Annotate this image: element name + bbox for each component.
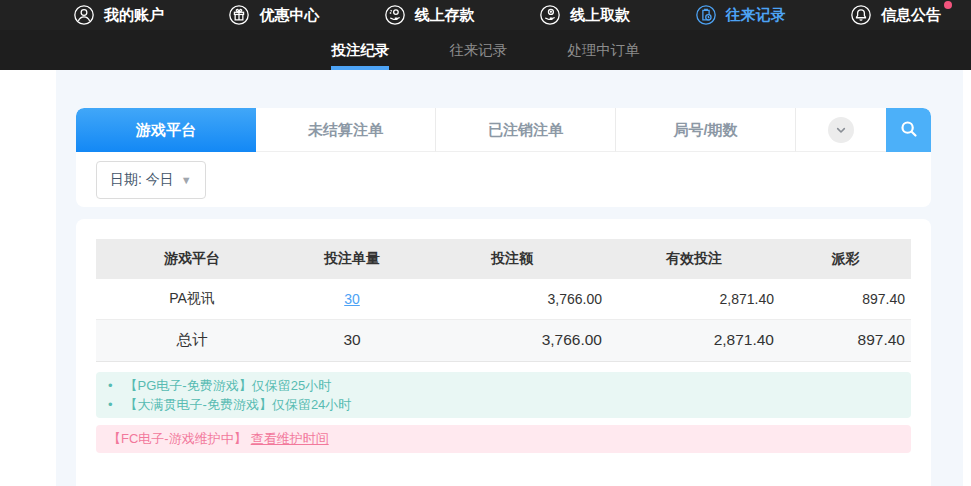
search-icon: [898, 118, 920, 143]
nav-label: 我的账户: [104, 6, 164, 25]
cell-valid-bets: 2,871.40: [608, 279, 780, 319]
table-row: PA视讯 30 3,766.00 2,871.40 897.40: [96, 279, 911, 319]
bullet-icon: •: [108, 376, 113, 395]
caret-down-icon: ▼: [181, 174, 192, 186]
total-label: 总计: [96, 319, 288, 361]
search-button[interactable]: [886, 108, 931, 152]
col-header-bet-count: 投注单量: [288, 239, 416, 279]
col-header-payout: 派彩: [780, 239, 911, 279]
records-table: 游戏平台 投注单量 投注额 有效投注 派彩 PA视讯 30 3,766.00 2…: [96, 239, 911, 362]
note-text: 【大满贯电子-免费游戏】仅保留24小时: [125, 395, 352, 414]
content-area: 游戏平台 未结算注单 已注销注单 局号/期数 日期: 今日 ▼: [56, 70, 963, 486]
total-payout: 897.40: [780, 319, 911, 361]
tab-game-platform[interactable]: 游戏平台: [76, 108, 256, 152]
cell-bet-count: 30: [288, 279, 416, 319]
nav-label: 往来记录: [726, 6, 786, 25]
total-bet-count: 30: [288, 319, 416, 361]
nav-transaction-records[interactable]: 往来记录: [695, 4, 786, 26]
gift-icon: [228, 4, 250, 26]
withdraw-icon: [539, 4, 561, 26]
nav-label: 线上取款: [570, 6, 630, 25]
bullet-icon: •: [108, 395, 113, 414]
retention-notes: • 【PG电子-免费游戏】仅保留25小时 • 【大满贯电子-免费游戏】仅保留24…: [96, 372, 911, 418]
records-icon: [695, 4, 717, 26]
maintenance-notice: 【FC电子-游戏维护中】 查看维护时间: [96, 425, 911, 453]
subnav-tab-processing-orders[interactable]: 处理中订单: [567, 30, 640, 70]
nav-deposit[interactable]: 线上存款: [384, 4, 475, 26]
note-text: 【PG电子-免费游戏】仅保留25小时: [125, 376, 332, 395]
top-navbar: 我的账户 优惠中心 线上存款 线上取款: [0, 0, 971, 30]
notification-dot: [944, 1, 952, 9]
sub-navbar: 投注纪录 往来记录 处理中订单: [0, 30, 971, 70]
bell-icon: [850, 4, 872, 26]
subnav-tab-transaction-records[interactable]: 往来记录: [449, 30, 507, 70]
nav-label: 优惠中心: [259, 6, 319, 25]
subnav-tab-bet-records[interactable]: 投注纪录: [331, 30, 389, 70]
table-header-row: 游戏平台 投注单量 投注额 有效投注 派彩: [96, 239, 911, 279]
maintenance-link[interactable]: 查看维护时间: [251, 430, 329, 448]
nav-my-account[interactable]: 我的账户: [73, 4, 164, 26]
user-icon: [73, 4, 95, 26]
nav-label: 信息公告: [881, 6, 941, 25]
cell-platform: PA视讯: [96, 279, 288, 319]
total-bet-amount: 3,766.00: [416, 319, 608, 361]
date-filter-label: 日期: 今日: [110, 171, 174, 189]
cell-bet-amount: 3,766.00: [416, 279, 608, 319]
nav-announcements[interactable]: 信息公告: [850, 4, 941, 26]
col-header-valid-bets: 有效投注: [608, 239, 780, 279]
date-filter-button[interactable]: 日期: 今日 ▼: [96, 161, 206, 199]
note-item: • 【PG电子-免费游戏】仅保留25小时: [108, 376, 899, 395]
total-row: 总计 30 3,766.00 2,871.40 897.40: [96, 319, 911, 361]
cell-payout: 897.40: [780, 279, 911, 319]
filter-tabbar: 游戏平台 未结算注单 已注销注单 局号/期数: [76, 108, 931, 152]
more-tabs-button[interactable]: [796, 108, 886, 152]
col-header-platform: 游戏平台: [96, 239, 288, 279]
maintenance-text: 【FC电子-游戏维护中】: [108, 430, 247, 448]
tab-round-period[interactable]: 局号/期数: [616, 108, 796, 152]
deposit-icon: [384, 4, 406, 26]
nav-withdraw[interactable]: 线上取款: [539, 4, 630, 26]
tab-unsettled-bets[interactable]: 未结算注单: [256, 108, 436, 152]
filter-bar: 日期: 今日 ▼: [76, 152, 931, 207]
note-item: • 【大满贯电子-免费游戏】仅保留24小时: [108, 395, 899, 414]
nav-promotions[interactable]: 优惠中心: [228, 4, 319, 26]
nav-label: 线上存款: [415, 6, 475, 25]
col-header-bet-amount: 投注额: [416, 239, 608, 279]
tab-cancelled-bets[interactable]: 已注销注单: [436, 108, 616, 152]
chevron-down-icon: [828, 117, 854, 143]
bet-count-link[interactable]: 30: [344, 291, 360, 307]
total-valid-bets: 2,871.40: [608, 319, 780, 361]
records-card: 游戏平台 投注单量 投注额 有效投注 派彩 PA视讯 30 3,766.00 2…: [76, 219, 931, 486]
